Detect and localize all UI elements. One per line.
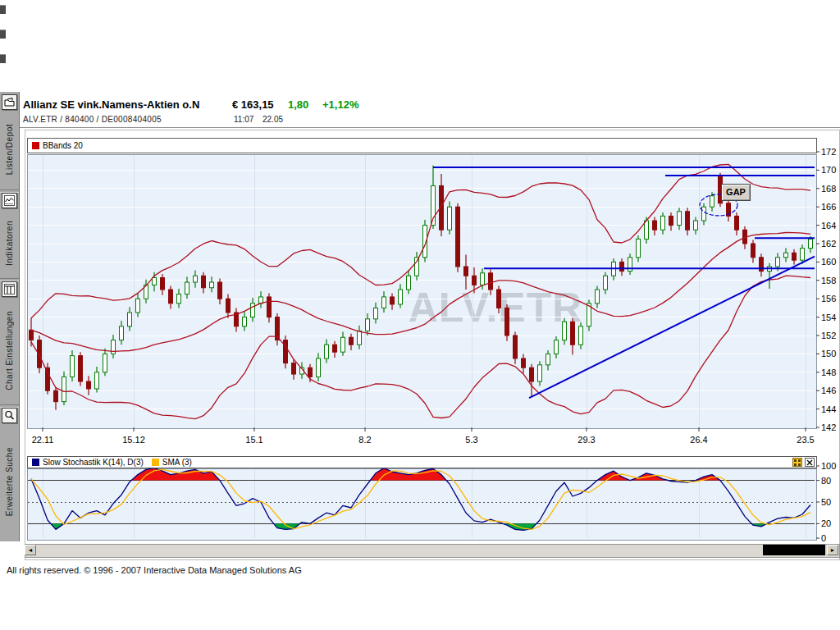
sidebar-tab-indikatoren[interactable]: Indikatoren: [0, 191, 19, 278]
indicator-chart-icon: [2, 193, 17, 208]
sidebar-tab-chart-einstellungen[interactable]: Chart Einstellungen: [0, 280, 19, 404]
copyright-footer: All rights reserved. © 1996 - 2007 Inter…: [7, 565, 302, 575]
search-icon: [2, 408, 17, 423]
window-edge-fragment: [0, 30, 6, 39]
sidebar-tab-erweiterte-suche[interactable]: Erweiterte Suche: [0, 406, 19, 540]
sidebar-tab-label: Indikatoren: [5, 221, 14, 266]
chart-watermark: ALV.ETR: [331, 284, 660, 331]
scrollbar-thumb[interactable]: [763, 545, 825, 555]
last-price: € 163,15: [232, 98, 274, 111]
instrument-identifiers: ALV.ETR / 840400 / DE0008404005: [23, 115, 162, 124]
horizontal-scrollbar-track[interactable]: [25, 544, 840, 558]
instrument-title: Allianz SE vink.Namens-Aktien o.N: [23, 98, 199, 111]
main-chart-legend-bar: BBands 20: [27, 138, 817, 153]
bbands-legend-swatch: [32, 142, 39, 149]
scrollbar-left-arrow-icon[interactable]: ◄: [25, 545, 36, 555]
stochastic-sma-label: SMA (3): [162, 458, 192, 467]
stochastic-sma-swatch: [152, 459, 159, 466]
gap-annotation-label[interactable]: GAP: [721, 184, 751, 201]
bbands-legend-label: BBands 20: [43, 141, 83, 150]
change-absolute: 1,80: [288, 98, 308, 111]
quote-date: 22.05: [262, 115, 283, 124]
sidebar-tab-label: Erweiterte Suche: [5, 447, 14, 516]
quote-time: 11:07: [234, 115, 253, 124]
properties-icon[interactable]: [792, 458, 802, 467]
panel-icon-group: [792, 458, 815, 467]
window-edge-fragment: [0, 54, 6, 63]
close-icon[interactable]: [805, 458, 815, 467]
change-percent: +1,12%: [322, 98, 358, 111]
folder-open-icon: [2, 94, 17, 110]
sidebar-tab-label: Listen/Depot: [5, 124, 14, 175]
scrollbar-right-arrow-icon[interactable]: ►: [827, 545, 838, 555]
stochastic-k-label: Slow Stochastik K(14), D(3): [43, 458, 144, 467]
sidebar: Listen/Depot Indikatoren Chart Einstellu…: [0, 92, 20, 541]
stochastic-k-swatch: [32, 459, 39, 466]
sidebar-tab-label: Chart Einstellungen: [5, 311, 14, 390]
stochastic-plot-area[interactable]: [27, 468, 817, 541]
window-edge-fragment: [0, 5, 6, 14]
stochastic-legend-bar: Slow Stochastik K(14), D(3) SMA (3): [27, 456, 817, 468]
chart-settings-icon: [2, 281, 17, 297]
sidebar-tab-listen-depot[interactable]: Listen/Depot: [0, 93, 19, 189]
